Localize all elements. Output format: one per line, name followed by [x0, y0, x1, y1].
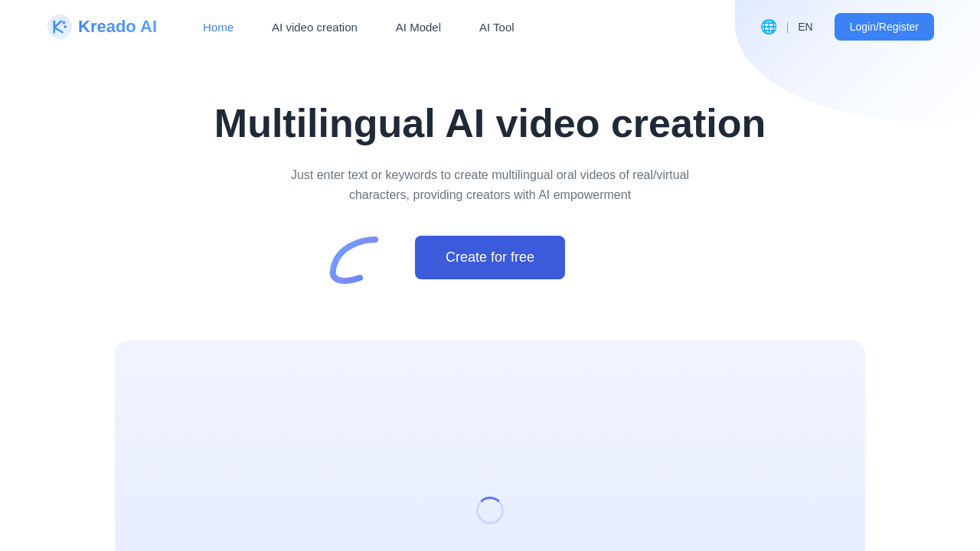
svg-point-1: [62, 21, 66, 24]
logo-icon: [46, 13, 74, 41]
svg-point-0: [47, 15, 72, 39]
navbar: Kreado AI Home AI video creation AI Mode…: [0, 0, 980, 54]
nav-right: 🌐 | EN Login/Register: [760, 13, 934, 41]
hero-title: Multilingual AI video creation: [214, 99, 766, 147]
nav-ai-video[interactable]: AI video creation: [272, 21, 358, 34]
preview-area: [115, 341, 865, 551]
swoosh-icon: [322, 228, 390, 289]
login-register-button[interactable]: Login/Register: [835, 13, 934, 41]
hero-subtitle: Just enter text or keywords to create mu…: [260, 165, 720, 204]
nav-home[interactable]: Home: [203, 21, 234, 34]
language-icon[interactable]: 🌐: [760, 18, 777, 35]
logo-text: Kreado AI: [78, 17, 157, 37]
nav-links: Home AI video creation AI Model AI Tool: [203, 21, 760, 34]
nav-ai-tool[interactable]: AI Tool: [479, 21, 514, 34]
logo[interactable]: Kreado AI: [46, 13, 157, 41]
hero-cta-area: Create for free: [15, 236, 965, 279]
lang-separator: |: [786, 21, 789, 33]
hero-section: Multilingual AI video creation Just ente…: [0, 54, 980, 341]
lang-code[interactable]: EN: [798, 21, 812, 33]
swoosh-decoration: [322, 228, 390, 289]
svg-point-2: [64, 25, 67, 28]
loading-spinner: [476, 497, 504, 524]
create-for-free-button[interactable]: Create for free: [415, 236, 565, 279]
nav-ai-model[interactable]: AI Model: [396, 21, 441, 34]
